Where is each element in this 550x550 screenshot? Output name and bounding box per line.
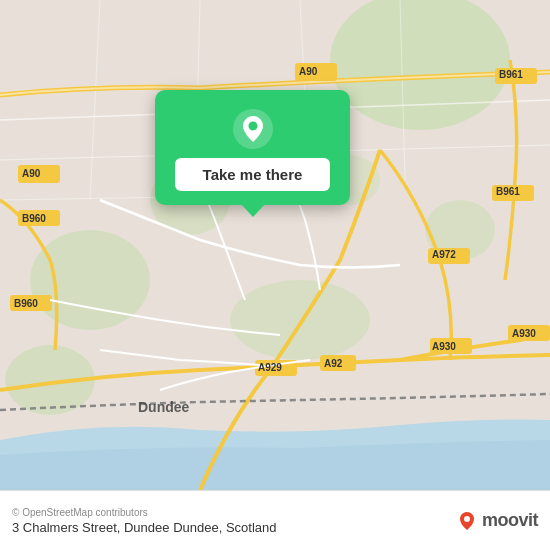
svg-point-40	[464, 516, 470, 522]
svg-text:B961: B961	[499, 69, 523, 80]
svg-text:A929: A929	[258, 362, 282, 373]
moovit-label: moovit	[482, 510, 538, 531]
bottom-bar: © OpenStreetMap contributors 3 Chalmers …	[0, 490, 550, 550]
svg-text:A90: A90	[299, 66, 318, 77]
svg-text:A930: A930	[432, 341, 456, 352]
bottom-left-info: © OpenStreetMap contributors 3 Chalmers …	[12, 507, 277, 535]
svg-text:B960: B960	[22, 213, 46, 224]
map-container: A90 A90 B960 B960 B961 B961 A929 A92 A93…	[0, 0, 550, 490]
take-me-there-button[interactable]: Take me there	[175, 158, 330, 191]
svg-point-3	[230, 280, 370, 360]
svg-text:A930: A930	[512, 328, 536, 339]
copyright-text: © OpenStreetMap contributors	[12, 507, 277, 518]
svg-text:A90: A90	[22, 168, 41, 179]
moovit-logo: moovit	[456, 510, 538, 532]
svg-text:B960: B960	[14, 298, 38, 309]
svg-point-39	[248, 122, 257, 131]
svg-text:Dundee: Dundee	[138, 399, 190, 415]
popup-card[interactable]: Take me there	[155, 90, 350, 205]
moovit-pin-icon	[456, 510, 478, 532]
svg-text:A972: A972	[432, 249, 456, 260]
svg-text:A92: A92	[324, 358, 343, 369]
location-pin-icon	[232, 108, 274, 150]
svg-text:B961: B961	[496, 186, 520, 197]
address-text: 3 Chalmers Street, Dundee Dundee, Scotla…	[12, 520, 277, 535]
